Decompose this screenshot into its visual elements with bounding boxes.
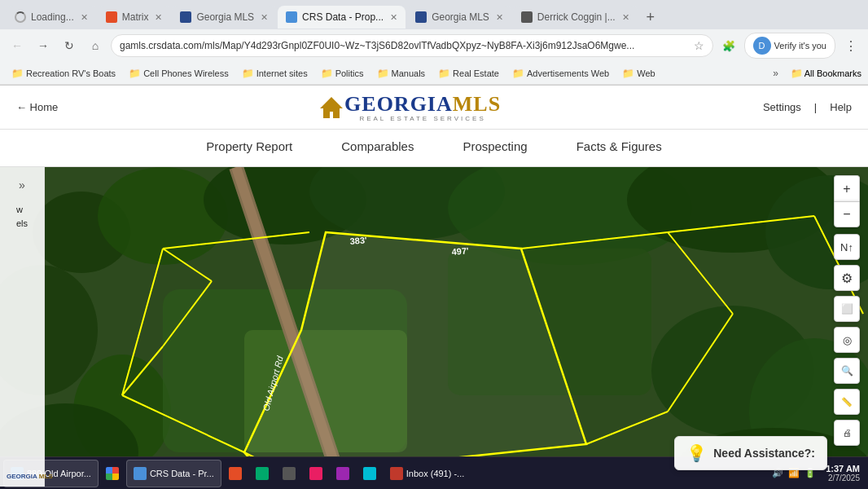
compass-button[interactable]: N↑ <box>834 234 860 260</box>
gml-logo-text: GEORGIAMLS REAL ESTATE SERVICES <box>344 92 501 122</box>
folder-icon: 📁 <box>438 68 450 79</box>
nav-comparables[interactable]: Comparables <box>341 139 414 156</box>
verify-button[interactable]: D Verify it's you <box>744 33 835 59</box>
bookmark-ads[interactable]: 📁 Advertisements Web <box>507 66 614 81</box>
house-icon <box>320 95 343 120</box>
bookmarks-more-button[interactable]: » <box>768 65 784 82</box>
help-link[interactable]: Help <box>830 101 852 113</box>
taskbar-inbox-label: Inbox (491) -... <box>406 469 465 478</box>
zoom-controls: + − <box>834 175 860 227</box>
print-button[interactable]: 🖨 <box>834 420 860 446</box>
bookmark-internet[interactable]: 📁 Internet sites <box>237 66 313 81</box>
settings-link[interactable]: Settings <box>763 101 801 113</box>
tab-crs-close[interactable]: ✕ <box>390 12 397 23</box>
gml-top-bar: ← Home GEORGIAMLS REAL ESTATE SERVICES <box>0 86 868 129</box>
watermark-logo: GEORGIA MLS <box>7 473 53 480</box>
all-bookmarks-folder-icon: 📁 <box>791 68 803 79</box>
zoom-search-button[interactable]: 🔍 <box>834 358 860 384</box>
tab-matrix[interactable]: Matrix ✕ <box>98 6 171 29</box>
bookmark-label: Real Estate <box>453 68 499 78</box>
bookmark-manuals[interactable]: 📁 Manuals <box>372 66 431 81</box>
address-bar: ← → ↻ ⌂ gamls.crsdata.com/mls/Map/Y4d293… <box>0 29 868 62</box>
bookmark-phones[interactable]: 📁 Cell Phones Wireless <box>124 66 234 81</box>
taskbar-item-5[interactable] <box>249 460 275 487</box>
tab-georgia-mls-2[interactable]: Georgia MLS ✕ <box>407 6 511 29</box>
tab-loading-label: Loading... <box>31 11 74 23</box>
panel-text: w els <box>16 203 28 230</box>
extension-button[interactable]: 🧩 <box>718 35 739 56</box>
taskbar-item-crs[interactable]: CRS Data - Pr... <box>126 460 221 487</box>
svg-text:383': 383' <box>349 235 367 246</box>
map-watermark: GEORGIA MLS <box>7 473 53 480</box>
taskbar-item-4[interactable] <box>222 460 248 487</box>
bookmark-label: Recreation RV's Boats <box>26 68 116 78</box>
taskbar-item-inbox[interactable]: Inbox (491) -... <box>384 460 471 487</box>
taskbar-item-chrome[interactable] <box>99 460 125 487</box>
bookmark-politics[interactable]: 📁 Politics <box>316 66 369 81</box>
taskbar-icon-8 <box>336 467 349 480</box>
taskbar-item-8[interactable] <box>330 460 356 487</box>
measure-button[interactable]: 📏 <box>834 389 860 415</box>
left-panel: » w els <box>0 167 45 487</box>
forward-button[interactable]: → <box>33 35 54 56</box>
nav-facts-figures[interactable]: Facts & Figures <box>576 139 662 156</box>
logo-subtitle: REAL ESTATE SERVICES <box>344 115 501 122</box>
back-button[interactable]: ← <box>7 35 28 56</box>
bookmark-label: Advertisements Web <box>527 68 609 78</box>
tab-matrix-favicon <box>106 11 117 23</box>
taskbar-item-9[interactable] <box>357 460 383 487</box>
taskbar-item-6[interactable] <box>276 460 302 487</box>
url-bar[interactable]: gamls.crsdata.com/mls/Map/Y4d293rGnpl0ZF… <box>111 34 713 57</box>
tab-matrix-label: Matrix <box>122 11 149 23</box>
tab-georgia-favicon-2 <box>415 11 427 23</box>
folder-icon: 📁 <box>321 68 333 79</box>
loading-spinner <box>15 11 26 23</box>
tab-georgia-favicon-1 <box>180 11 191 23</box>
reload-button[interactable]: ↻ <box>59 35 80 56</box>
tab-matrix-close[interactable]: ✕ <box>155 12 162 23</box>
tab-derrick-label: Derrick Coggin |... <box>537 11 616 23</box>
home-link[interactable]: ← Home <box>16 101 58 113</box>
tab-georgia-close-2[interactable]: ✕ <box>496 12 503 23</box>
tab-crs-favicon <box>286 11 297 23</box>
bookmarks-bar: 📁 Recreation RV's Boats 📁 Cell Phones Wi… <box>0 62 868 85</box>
crs-taskbar-icon <box>134 467 147 480</box>
assistance-button[interactable]: 💡 Need Assistance?: <box>674 436 827 470</box>
nav-property-report[interactable]: Property Report <box>206 139 292 156</box>
zoom-out-button[interactable]: − <box>834 201 860 227</box>
folder-icon: 📁 <box>377 68 389 79</box>
expand-panel-button[interactable]: » <box>12 175 32 195</box>
tab-derrick-close[interactable]: ✕ <box>622 12 629 23</box>
new-tab-button[interactable]: + <box>639 6 662 29</box>
tab-crs-data[interactable]: CRS Data - Prop... ✕ <box>278 6 406 29</box>
tab-georgia-close-1[interactable]: ✕ <box>261 12 268 23</box>
tab-crs-label: CRS Data - Prop... <box>302 11 384 23</box>
bookmark-star[interactable]: ☆ <box>694 39 704 52</box>
watermark-mls: MLS <box>39 473 53 480</box>
nav-prospecting[interactable]: Prospecting <box>462 139 527 156</box>
locate-button[interactable]: ◎ <box>834 327 860 353</box>
assistance-icon: 💡 <box>686 443 707 463</box>
taskbar-item-7[interactable] <box>303 460 329 487</box>
frame-button[interactable]: ⬜ <box>834 296 860 322</box>
url-text: gamls.crsdata.com/mls/Map/Y4d293rGnpl0ZF… <box>120 40 689 51</box>
tab-bar: Loading... ✕ Matrix ✕ Georgia MLS ✕ CRS … <box>0 0 868 29</box>
bookmark-web[interactable]: 📁 Web <box>617 66 660 81</box>
aerial-map[interactable]: 383' 497' 393' 119' 116' 98' 74' Old Air… <box>0 167 868 487</box>
zoom-in-button[interactable]: + <box>834 175 860 201</box>
browser-chrome: Loading... ✕ Matrix ✕ Georgia MLS ✕ CRS … <box>0 0 868 86</box>
settings-button[interactable]: ⚙ <box>834 265 860 291</box>
tab-georgia-mls-1[interactable]: Georgia MLS ✕ <box>172 6 276 29</box>
all-bookmarks-label[interactable]: All Bookmarks <box>804 68 861 78</box>
tab-derrick[interactable]: Derrick Coggin |... ✕ <box>513 6 638 29</box>
home-button[interactable]: ⌂ <box>85 35 106 56</box>
browser-menu-button[interactable]: ⋮ <box>840 35 861 56</box>
tab-loading[interactable]: Loading... ✕ <box>7 6 96 29</box>
bookmark-realestate[interactable]: 📁 Real Estate <box>433 66 504 81</box>
folder-icon: 📁 <box>622 68 634 79</box>
settings-sep: | <box>814 101 817 113</box>
bookmark-recreation[interactable]: 📁 Recreation RV's Boats <box>7 66 121 81</box>
tab-loading-close[interactable]: ✕ <box>81 12 88 23</box>
logo-mls: MLS <box>453 92 501 117</box>
verify-avatar: D <box>753 37 771 55</box>
